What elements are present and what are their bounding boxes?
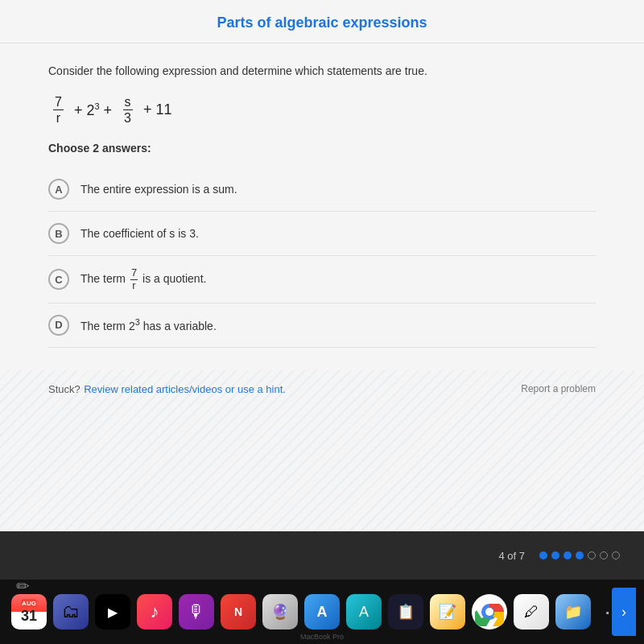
option-b-text: The coefficient of s is 3. — [80, 225, 199, 242]
files-icon[interactable]: 📁 — [555, 594, 591, 630]
finder-icon[interactable]: 🗂 — [53, 594, 89, 630]
progress-label: 4 of 7 — [498, 550, 525, 562]
stuck-label: Stuck? — [48, 383, 80, 395]
music-icon[interactable]: ♪ — [137, 594, 172, 630]
option-a-circle: A — [48, 179, 69, 200]
appletv-icon[interactable]: ▶ — [95, 594, 130, 630]
dot-5 — [588, 551, 596, 559]
reminders2-icon[interactable]: 📋 — [388, 594, 423, 630]
taskbar-label: MacBook Pro — [300, 633, 344, 641]
chrome-icon[interactable] — [472, 594, 507, 630]
calendar-icon[interactable]: AUG 31 — [11, 594, 47, 630]
page-title: Parts of algebraic expressions — [0, 0, 644, 43]
taskbar: ✏ AUG 31 🗂 ▶ ♪ 🎙 N 🔮 A A 📋 📝 — [0, 580, 644, 644]
progress-dots — [539, 551, 620, 559]
content-area: Consider the following expression and de… — [0, 43, 644, 364]
report-problem[interactable]: Report a problem — [521, 383, 596, 394]
fraction-s3: s 3 — [122, 94, 133, 126]
option-d-text: The term 23 has a variable. — [80, 316, 217, 335]
stuck-link[interactable]: Review related articles/videos or use a … — [84, 383, 286, 395]
bottom-bar: 4 of 7 — [0, 531, 644, 580]
dot-6 — [600, 551, 608, 559]
expression-display: 7 r + 23 + s 3 + 11 — [48, 94, 596, 126]
svg-point-2 — [485, 608, 493, 616]
dot-7 — [612, 551, 620, 559]
next-button[interactable]: › — [612, 588, 636, 636]
news-icon[interactable]: N — [221, 594, 256, 630]
notes-icon[interactable]: 📝 — [430, 594, 465, 630]
option-a[interactable]: A The entire expression is a sum. — [48, 167, 596, 212]
altstore-icon[interactable]: A — [346, 594, 382, 630]
podcasts-icon[interactable]: 🎙 — [179, 594, 214, 630]
stuck-area: Stuck? Review related articles/videos or… — [0, 364, 644, 407]
option-c[interactable]: C The term 7 r is a quotient. — [48, 256, 596, 303]
siri-icon[interactable]: 🔮 — [262, 594, 298, 630]
fraction-7r: 7 r — [53, 94, 64, 126]
option-c-circle: C — [48, 269, 69, 290]
dot-3 — [564, 551, 572, 559]
dot-1 — [539, 551, 547, 559]
option-b-circle: B — [48, 223, 69, 244]
choose-label: Choose 2 answers: — [48, 142, 596, 155]
option-c-text: The term 7 r is a quotient. — [80, 267, 206, 291]
question-text: Consider the following expression and de… — [48, 63, 596, 80]
option-d-circle: D — [48, 315, 69, 336]
option-a-text: The entire expression is a sum. — [80, 181, 237, 198]
option-b[interactable]: B The coefficient of s is 3. — [48, 212, 596, 256]
dot-2 — [551, 551, 559, 559]
option-c-fraction: 7 r — [130, 267, 138, 291]
dot-4 — [576, 551, 584, 559]
main-content: Parts of algebraic expressions Consider … — [0, 0, 644, 531]
stuck-section: Stuck? Review related articles/videos or… — [48, 382, 286, 396]
option-d[interactable]: D The term 23 has a variable. — [48, 303, 596, 348]
appstore-icon[interactable]: A — [304, 594, 340, 630]
pen-icon[interactable]: 🖊 — [514, 594, 549, 630]
pencil-icon: ✏ — [16, 576, 30, 596]
